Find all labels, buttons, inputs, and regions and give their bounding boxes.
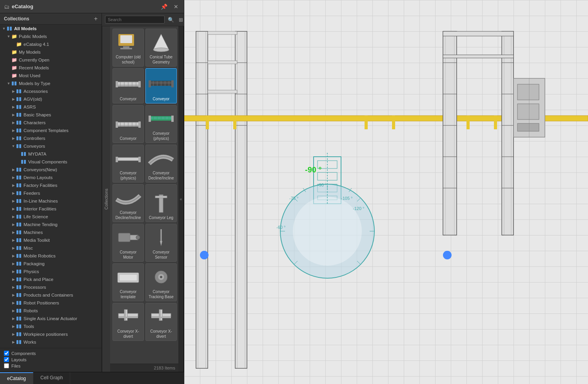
svg-rect-77	[120, 35, 132, 43]
catalog-item-conveyor-motor[interactable]: Conveyor Motor	[113, 224, 144, 262]
catalog-item-conveyor-sensor[interactable]: Conveyor Sensor	[145, 224, 177, 262]
tree-scroll[interactable]: ▼All Models▼📁Public Models📁eCatalog 4.1📁…	[0, 25, 102, 348]
tree-item-works[interactable]: ▶Works	[0, 338, 102, 346]
svg-point-125	[136, 235, 140, 239]
svg-rect-19	[19, 144, 21, 148]
collapse-button[interactable]: «	[178, 26, 184, 372]
tree-item-feeders[interactable]: ▶Feeders	[0, 189, 102, 197]
viewport[interactable]: -60 ° -75 ° -90 ° -105 ° -120 ° -90 °	[184, 0, 588, 384]
tree-icon-demo-layouts	[16, 174, 22, 181]
close-button[interactable]: ✕	[172, 3, 180, 11]
search-icon[interactable]: 🔍	[166, 16, 176, 24]
catalog-item-conveyor-x2[interactable]: Conveyor X-divert	[145, 303, 177, 341]
tree-item-conveyors-new[interactable]: ▶Conveyors(New)	[0, 166, 102, 174]
svg-rect-57	[19, 293, 21, 297]
catalog-item-conical-tube[interactable]: Conical Tube Geometry	[145, 29, 177, 67]
tree-icon-products-containers	[16, 292, 22, 298]
svg-text:-75 °: -75 °	[289, 196, 298, 201]
tree-item-packaging[interactable]: ▶Packaging	[0, 260, 102, 268]
catalog-thumb-conveyor2	[147, 73, 175, 95]
svg-rect-51	[19, 270, 21, 274]
tree-item-my-models[interactable]: 📁My Models	[0, 48, 102, 56]
tree-icon-component-templates	[16, 127, 22, 134]
checkbox-layouts[interactable]	[4, 357, 9, 362]
catalog-item-conveyor-physics2[interactable]: Conveyor (physics)	[113, 145, 144, 183]
tree-item-single-axis[interactable]: ▶Single Axis Linear Actuator	[0, 315, 102, 322]
search-input[interactable]	[105, 16, 165, 24]
tree-item-robots[interactable]: ▶Robots	[0, 307, 102, 315]
tree-item-recent-models[interactable]: 📁Recent Models	[0, 64, 102, 72]
tab-ecatalog[interactable]: eCatalog	[0, 372, 33, 384]
tree-item-ecatalog41[interactable]: 📁eCatalog 4.1	[0, 40, 102, 48]
tree-item-currently-open[interactable]: 📁Currently Open	[0, 56, 102, 64]
tree-item-basic-shapes[interactable]: ▶Basic Shapes	[0, 111, 102, 119]
tree-item-workpiece-positioners[interactable]: ▶Workpiece positioners	[0, 330, 102, 338]
tree-item-all-models[interactable]: ▼All Models	[0, 25, 102, 33]
tree-item-most-used[interactable]: 📁Most Used	[0, 72, 102, 80]
tree-item-tools[interactable]: ▶Tools	[0, 322, 102, 330]
checkbox-label-files: Files	[11, 364, 20, 368]
tree-item-mydata[interactable]: MYDATA	[0, 150, 102, 158]
tree-item-media-toolkit[interactable]: ▶Media Toolkit	[0, 236, 102, 244]
tree-arrow-tools: ▶	[11, 324, 16, 328]
tree-item-machine-tending[interactable]: ▶Machine Tending	[0, 221, 102, 228]
tree-icon-mydata	[20, 151, 27, 157]
tree-item-factory-facilities[interactable]: ▶Factory Facilities	[0, 181, 102, 189]
tree-item-machines[interactable]: ▶Machines	[0, 228, 102, 236]
catalog-item-conveyor3[interactable]: Conveyor	[113, 105, 144, 143]
tree-item-public-models[interactable]: ▼📁Public Models	[0, 33, 102, 40]
tree-item-conveyors[interactable]: ▼Conveyors	[0, 142, 102, 150]
checkbox-label-components: Components	[11, 351, 36, 356]
svg-rect-31	[19, 191, 21, 195]
svg-rect-158	[443, 31, 457, 235]
tree-item-products-containers[interactable]: ▶Products and Containers	[0, 291, 102, 299]
svg-rect-16	[16, 136, 18, 140]
tree-item-characters[interactable]: ▶Characters	[0, 119, 102, 127]
tree-item-physics[interactable]: ▶Physics	[0, 268, 102, 275]
catalog-item-conveyor-tracking[interactable]: Conveyor Tracking Base	[145, 263, 177, 301]
tab-cell-graph[interactable]: Cell Graph	[33, 372, 70, 384]
catalog-item-conveyor-physics[interactable]: Conveyor (physics)	[145, 105, 177, 143]
catalog-item-computer-old[interactable]: Computer (old school)	[113, 29, 144, 67]
tree-item-models-by-type[interactable]: ▼Models by Type	[0, 80, 102, 87]
tree-item-accessories[interactable]: ▶Accessories	[0, 87, 102, 95]
svg-rect-22	[21, 160, 23, 164]
tree-item-controllers[interactable]: ▶Controllers	[0, 134, 102, 142]
catalog-item-conveyor-x1[interactable]: Conveyor X-divert	[113, 303, 144, 341]
catalog-label-conveyor-x2: Conveyor X-divert	[147, 329, 175, 339]
tree-item-interior-facilities[interactable]: ▶Interior Facilities	[0, 205, 102, 213]
tree-item-component-templates[interactable]: ▶Component Templates	[0, 127, 102, 134]
grid-view-icon[interactable]: ⊞	[177, 16, 184, 24]
catalog-item-conveyor-leg[interactable]: Conveyor Leg	[145, 184, 177, 222]
tree-item-inline-machines[interactable]: ▶In-Line Machines	[0, 197, 102, 205]
catalog-item-conveyor-decline-incline2[interactable]: Conveyor Decline/Incline	[113, 184, 144, 222]
tree-item-mobile-robotics[interactable]: ▶Mobile Robotics	[0, 252, 102, 260]
svg-rect-43	[19, 238, 21, 242]
catalog-item-conveyor-template[interactable]: Conveyor template	[113, 263, 144, 301]
catalog-label-conveyor-motor: Conveyor Motor	[114, 250, 142, 260]
catalog-item-conveyor1[interactable]: Conveyor	[113, 68, 144, 103]
tree-item-agv-old[interactable]: ▶AGV(old)	[0, 95, 102, 103]
tree-label-recent-models: Recent Models	[19, 65, 49, 70]
svg-rect-18	[16, 144, 18, 148]
tree-item-robot-positioners[interactable]: ▶Robot Positioners	[0, 299, 102, 307]
panel-footer-checks: ComponentsLayoutsFiles	[0, 348, 102, 372]
tree-item-life-science[interactable]: ▶Life Science	[0, 213, 102, 221]
tree-arrow-demo-layouts: ▶	[11, 176, 16, 179]
tree-item-misc[interactable]: ▶Misc	[0, 244, 102, 252]
tree-item-asrs[interactable]: ▶ASRS	[0, 103, 102, 111]
tree-item-pick-and-place[interactable]: ▶Pick and Place	[0, 275, 102, 283]
tree-item-visual-components[interactable]: Visual Components	[0, 158, 102, 166]
checkbox-files[interactable]	[4, 363, 9, 368]
pin-button[interactable]: 📌	[159, 3, 169, 11]
catalog-scroll[interactable]: Computer (old school) Conical Tube Geome…	[110, 26, 178, 364]
tree-item-demo-layouts[interactable]: ▶Demo Layouts	[0, 174, 102, 181]
checkbox-components[interactable]	[4, 351, 9, 356]
tree-item-processors[interactable]: ▶Processors	[0, 283, 102, 291]
catalog-item-conveyor-decline-incline[interactable]: Conveyor Decline/Incline	[145, 145, 177, 183]
tree-arrow-life-science: ▶	[11, 215, 16, 219]
catalog-item-conveyor2[interactable]: Conveyor	[145, 68, 177, 103]
catalog-thumb-conveyor-template	[114, 266, 142, 288]
tree-arrow-component-templates: ▶	[11, 129, 16, 132]
add-collection-button[interactable]: +	[94, 16, 98, 22]
